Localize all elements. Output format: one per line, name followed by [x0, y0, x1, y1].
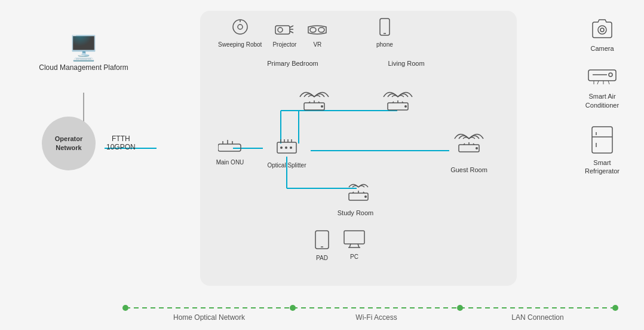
- bottom-legend: Home Optical Network Wi-Fi Access LAN Co…: [119, 303, 638, 321]
- legend-line-svg: Home Optical Network Wi-Fi Access LAN Co…: [119, 303, 621, 321]
- svg-point-30: [310, 28, 316, 32]
- camera-icon: [590, 18, 615, 42]
- refrigerator-icon: [585, 126, 620, 156]
- operator-label: OperatorNetwork: [55, 135, 82, 153]
- router-living-room: [380, 84, 416, 116]
- sweeping-robot: Sweeping Robot: [218, 18, 262, 48]
- router-living-icon: [380, 84, 416, 116]
- optical-splitter: Optical Splitter: [260, 138, 314, 169]
- svg-line-66: [608, 81, 609, 84]
- pad-device: PAD: [315, 230, 329, 261]
- ac-label: Smart Air Conditioner: [585, 92, 619, 109]
- camera-label: Camera: [590, 44, 615, 53]
- computer-icon: 🖥️: [33, 36, 134, 60]
- svg-rect-32: [380, 19, 390, 35]
- right-devices: Camera Smart Air Conditioner: [572, 18, 632, 175]
- svg-point-38: [321, 105, 323, 108]
- living-room-label: Living Room: [376, 60, 436, 67]
- svg-text:Home Optical Network: Home Optical Network: [173, 313, 246, 321]
- router-study-room: [338, 176, 379, 205]
- ac-device: Smart Air Conditioner: [585, 69, 619, 109]
- svg-point-60: [598, 26, 606, 34]
- guest-room-label: Guest Room: [442, 166, 496, 173]
- camera-device: Camera: [590, 18, 615, 53]
- vr-headset: VR: [307, 23, 327, 48]
- cloud-platform-label: Cloud Management Plaform: [33, 63, 134, 72]
- svg-rect-10: [218, 144, 241, 151]
- svg-point-75: [290, 305, 296, 311]
- svg-point-31: [318, 28, 324, 32]
- pad-label: PAD: [315, 255, 329, 261]
- svg-rect-54: [315, 231, 329, 249]
- svg-line-28: [290, 31, 293, 33]
- router-study-icon: [338, 176, 379, 205]
- svg-line-57: [349, 244, 351, 248]
- main-container: 🖥️ Cloud Management Plaform OperatorNetw…: [0, 0, 644, 330]
- optical-splitter-label: Optical Splitter: [260, 162, 314, 169]
- splitter-icon: [260, 138, 314, 160]
- refrigerator-label: Smart Refrigerator: [585, 158, 620, 176]
- projector-icon: [272, 23, 296, 39]
- phone-icon: [376, 18, 393, 39]
- operator-circle: OperatorNetwork: [42, 117, 96, 170]
- router-guest-room: [445, 126, 493, 158]
- svg-point-21: [290, 146, 292, 149]
- ac-icon: [585, 69, 619, 90]
- study-room-devices: PAD PC: [315, 230, 365, 261]
- svg-point-67: [609, 73, 612, 77]
- svg-point-74: [122, 305, 128, 311]
- svg-point-77: [612, 305, 618, 311]
- svg-point-61: [600, 28, 604, 32]
- main-onu: Main ONU: [206, 138, 254, 166]
- pc-icon: [344, 230, 365, 252]
- svg-point-48: [476, 147, 478, 149]
- svg-point-43: [404, 105, 407, 108]
- svg-point-76: [457, 305, 463, 311]
- refrigerator-device: Smart Refrigerator: [585, 126, 620, 176]
- svg-line-27: [290, 26, 293, 28]
- svg-text:LAN Connection: LAN Connection: [511, 313, 563, 321]
- svg-point-23: [238, 25, 243, 29]
- svg-line-58: [358, 244, 359, 248]
- sweeping-robot-label: Sweeping Robot: [218, 41, 262, 48]
- projector-label: Projector: [272, 41, 296, 48]
- svg-point-53: [364, 195, 367, 198]
- main-onu-label: Main ONU: [206, 159, 254, 166]
- svg-point-20: [285, 146, 287, 149]
- devices-primary-bedroom: Sweeping Robot Projector: [218, 18, 327, 48]
- study-room-label: Study Room: [332, 209, 379, 216]
- projector: Projector: [272, 23, 296, 48]
- operator-network: OperatorNetwork: [36, 117, 102, 170]
- phone-device: phone: [376, 18, 393, 48]
- router-guest-icon: [445, 126, 493, 158]
- cloud-platform: 🖥️ Cloud Management Plaform: [33, 36, 134, 72]
- svg-point-26: [278, 28, 283, 32]
- vr-icon: [307, 23, 327, 39]
- pc-label: PC: [344, 253, 365, 260]
- phone-label: phone: [376, 41, 393, 48]
- router-primary-icon: [296, 84, 332, 116]
- sweeping-robot-icon: [218, 18, 262, 39]
- ftth-label: FTTH 10GPON: [106, 135, 136, 151]
- pc-device: PC: [344, 230, 365, 261]
- pad-icon: [315, 230, 329, 253]
- svg-rect-56: [344, 231, 364, 244]
- onu-icon: [206, 138, 254, 157]
- vr-label: VR: [307, 41, 327, 48]
- svg-point-19: [280, 146, 283, 149]
- svg-rect-69: [592, 127, 612, 153]
- svg-text:Wi-Fi Access: Wi-Fi Access: [355, 313, 397, 321]
- svg-line-64: [597, 81, 599, 84]
- router-primary-bedroom: [296, 84, 332, 116]
- primary-bedroom-label: Primary Bedroom: [257, 60, 329, 67]
- devices-living-room: phone: [376, 18, 393, 48]
